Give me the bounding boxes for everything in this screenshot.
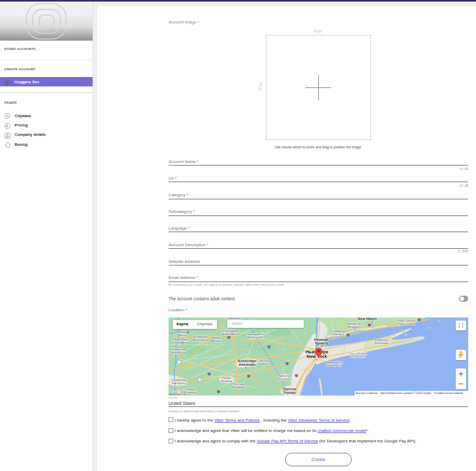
svg-text:New London: New London xyxy=(398,322,415,325)
svg-text:Pottstown: Pottstown xyxy=(233,386,246,389)
svg-text:Tannersville: Tannersville xyxy=(247,336,263,339)
svg-text:Garden City: Garden City xyxy=(326,364,342,367)
svg-text:Long Island: Long Island xyxy=(351,355,366,358)
svg-text:o: o xyxy=(177,389,180,394)
svg-text:Berwick: Berwick xyxy=(211,339,222,342)
svg-text:Bridgeport: Bridgeport xyxy=(348,325,362,328)
svg-text:Allentown: Allentown xyxy=(239,363,255,366)
svg-text:Selinsgrove: Selinsgrove xyxy=(170,351,185,354)
svg-text:Reading: Reading xyxy=(222,379,233,383)
svg-text:G: G xyxy=(171,389,175,394)
svg-text:Princeton: Princeton xyxy=(278,377,291,380)
svg-text:Lewisburg: Lewisburg xyxy=(174,341,187,344)
svg-text:Trenton: Trenton xyxy=(283,391,296,394)
svg-text:g: g xyxy=(181,389,183,394)
svg-text:e: e xyxy=(185,389,187,394)
svg-text:Riverhead: Riverhead xyxy=(375,341,388,345)
svg-text:Muncy: Muncy xyxy=(179,334,188,337)
svg-text:Stamford: Stamford xyxy=(332,333,344,336)
svg-text:Harrisburg: Harrisburg xyxy=(172,381,186,385)
svg-text:Wilkes-Barre: Wilkes-Barre xyxy=(222,333,238,336)
svg-text:Bloomsburg: Bloomsburg xyxy=(193,338,209,341)
svg-text:o: o xyxy=(175,389,177,394)
svg-text:Yonkers: Yonkers xyxy=(315,341,329,345)
svg-text:Easton: Easton xyxy=(260,362,268,365)
svg-text:Данбери: Данбери xyxy=(229,317,240,320)
svg-text:New Haven: New Haven xyxy=(358,317,377,321)
